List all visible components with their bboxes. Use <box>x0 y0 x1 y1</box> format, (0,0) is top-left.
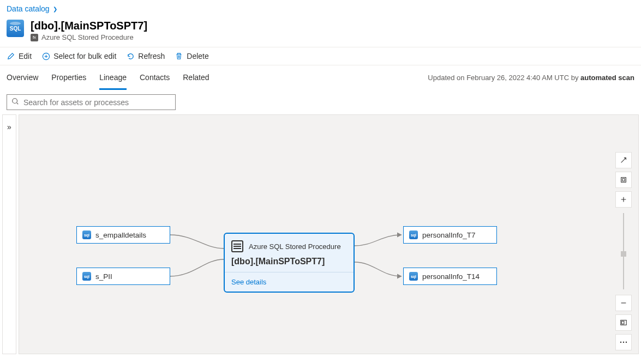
page-header: SQL [dbo].[MainSPToSPT7] fx Azure SQL St… <box>0 17 641 47</box>
tab-contacts[interactable]: Contacts <box>140 65 170 90</box>
svg-rect-3 <box>622 179 625 181</box>
procedure-icon <box>231 240 243 252</box>
stored-procedure-icon: fx <box>31 34 38 41</box>
zoom-out-button[interactable] <box>615 295 632 311</box>
chevron-double-right-icon: » <box>7 123 11 131</box>
zoom-slider-thumb[interactable] <box>621 251 626 257</box>
sql-table-icon: sql <box>409 272 418 281</box>
edit-button[interactable]: Edit <box>7 52 32 60</box>
svg-rect-2 <box>621 178 626 183</box>
fit-to-screen-button[interactable] <box>615 172 632 188</box>
minimap-button[interactable] <box>615 314 632 331</box>
sql-table-icon: sql <box>82 272 91 281</box>
search-input[interactable] <box>23 98 171 107</box>
sql-table-icon: sql <box>82 230 91 239</box>
search-icon <box>11 98 19 107</box>
lineage-input-node[interactable]: sql s_empalldetails <box>76 226 170 244</box>
lineage-input-node[interactable]: sql s_PII <box>76 268 170 285</box>
trash-icon <box>175 52 183 60</box>
pencil-icon <box>7 52 15 60</box>
page-subtitle: Azure SQL Stored Procedure <box>41 33 134 41</box>
lineage-canvas[interactable]: sql s_empalldetails sql s_PII Azure SQL … <box>19 114 639 354</box>
command-bar: Edit Select for bulk edit Refresh Delete <box>0 47 641 65</box>
svg-point-8 <box>626 342 627 343</box>
lineage-search[interactable] <box>7 94 176 110</box>
breadcrumb: Data catalog ❯ <box>0 0 641 17</box>
expand-panel-handle[interactable]: » <box>2 114 16 354</box>
tab-lineage[interactable]: Lineage <box>99 65 127 90</box>
sql-table-icon: sql <box>409 230 418 239</box>
svg-point-7 <box>623 342 624 343</box>
fullscreen-button[interactable] <box>615 152 632 168</box>
lineage-center-node[interactable]: Azure SQL Stored Procedure [dbo].[MainSP… <box>224 233 355 293</box>
bulk-edit-button[interactable]: Select for bulk edit <box>41 52 116 60</box>
tab-properties[interactable]: Properties <box>51 65 86 90</box>
refresh-button[interactable]: Refresh <box>126 52 165 60</box>
lineage-output-node[interactable]: sql personalInfo_T7 <box>403 226 497 244</box>
delete-button[interactable]: Delete <box>175 52 208 60</box>
tabs: Overview Properties Lineage Contacts Rel… <box>7 65 209 90</box>
updated-text: Updated on February 26, 2022 4:40 AM UTC… <box>428 74 634 82</box>
breadcrumb-root[interactable]: Data catalog <box>7 4 50 13</box>
zoom-in-button[interactable] <box>615 191 632 208</box>
more-options-button[interactable] <box>615 334 632 350</box>
svg-point-6 <box>620 342 621 343</box>
svg-point-1 <box>13 99 17 104</box>
tab-related[interactable]: Related <box>183 65 209 90</box>
zoom-slider[interactable] <box>623 213 624 289</box>
sql-database-icon: SQL <box>7 20 24 37</box>
refresh-icon <box>126 52 135 60</box>
page-title: [dbo].[MainSPToSPT7] <box>31 20 147 32</box>
lineage-center-name: [dbo].[MainSPToSPT7] <box>231 257 347 266</box>
chevron-right-icon: ❯ <box>53 6 57 12</box>
svg-rect-5 <box>622 321 624 324</box>
plus-circle-icon <box>41 52 50 60</box>
see-details-link[interactable]: See details <box>225 272 354 292</box>
tab-overview[interactable]: Overview <box>7 65 38 90</box>
lineage-output-node[interactable]: sql personalInfo_T14 <box>403 268 497 285</box>
canvas-controls <box>615 152 632 350</box>
